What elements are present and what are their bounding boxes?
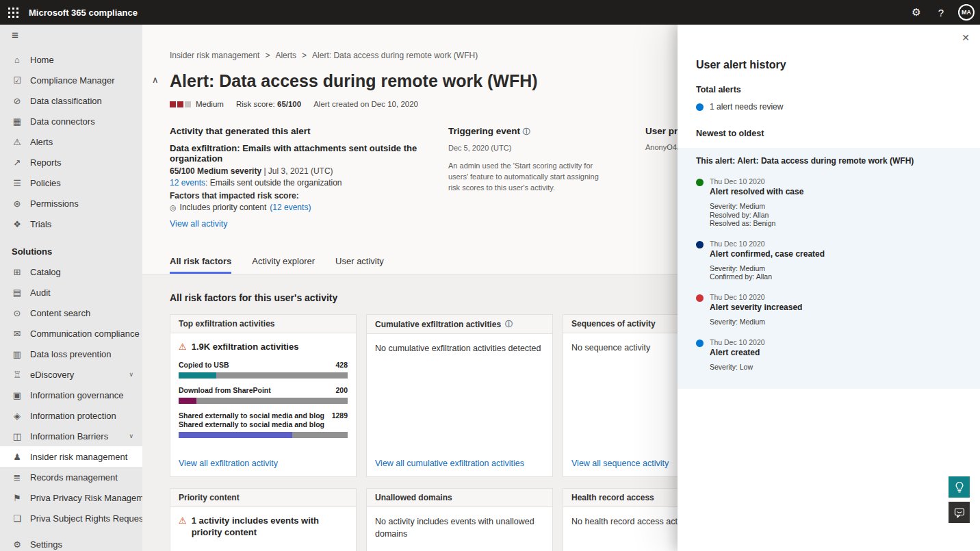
alerts-status-row: 1 alert needs review [696, 102, 964, 112]
sidebar-item-settings[interactable]: ⚙ Settings [0, 534, 142, 551]
priva-subject-rights-icon: ❏ [12, 513, 23, 524]
feedback-icon [954, 507, 965, 518]
exfiltration-alert: ⚠ 1.9K exfiltration activities [179, 342, 348, 353]
sidebar-item-communication-compliance[interactable]: ✉ Communication compliance [0, 323, 142, 344]
feedback-button[interactable] [949, 502, 970, 523]
view-all-exfiltration-link[interactable]: View all exfiltration activity [179, 459, 348, 468]
sidebar-item-records-management[interactable]: ≣ Records management [0, 467, 142, 487]
sidebar-item-data-connectors[interactable]: ▦ Data connectors [0, 111, 142, 131]
sidebar-item-insider-risk-management[interactable]: ♟ Insider risk management [0, 446, 142, 467]
event-date: Thu Dec 10 2020 [710, 338, 765, 346]
info-icon[interactable]: ⓘ [505, 319, 513, 329]
sidebar-item-information-protection[interactable]: ◈ Information protection [0, 405, 142, 426]
sidebar-item-label: Data loss prevention [30, 349, 112, 359]
card-header: Unallowed domains [367, 489, 552, 507]
bar-fill [179, 398, 196, 404]
policies-icon: ☰ [12, 178, 23, 188]
breadcrumb-alerts[interactable]: Alerts [275, 51, 296, 60]
app-title: Microsoft 365 compliance [29, 8, 138, 18]
information-governance-icon: ▣ [12, 390, 23, 400]
search-icon: ⊙ [12, 308, 23, 318]
info-icon[interactable]: ⓘ [523, 127, 530, 136]
sidebar-item-priva-subject-rights[interactable]: ❏ Priva Subject Rights Requests [0, 508, 142, 528]
breadcrumb-insider-risk-management[interactable]: Insider risk management [170, 51, 259, 60]
sidebar: ≡ ⌂ Home ☑ Compliance Manager ⊘ Data cla… [0, 25, 142, 551]
event-dot-icon [696, 179, 704, 186]
view-all-activity-link[interactable]: View all activity [170, 219, 228, 229]
tab-user-activity[interactable]: User activity [335, 256, 384, 274]
sidebar-item-reports[interactable]: ↗ Reports [0, 152, 142, 172]
sidebar-item-label: Information protection [30, 411, 116, 421]
event-dot-icon [696, 241, 704, 248]
sidebar-item-data-classification[interactable]: ⊘ Data classification [0, 90, 142, 111]
close-icon[interactable]: ✕ [962, 32, 970, 43]
settings-gear-button[interactable]: ⚙ [906, 2, 927, 23]
app-launcher-button[interactable] [0, 0, 26, 25]
sidebar-item-priva-privacy-risk[interactable]: ⚑ Priva Privacy Risk Managem… ∨ [0, 487, 142, 508]
card-header: Priority content [170, 489, 356, 507]
sidebar-item-label: Information governance [30, 390, 124, 400]
event-detail: Confirmed by: Allan [710, 272, 825, 281]
floating-buttons [949, 476, 970, 523]
sidebar-item-label: Permissions [30, 198, 79, 209]
this-alert-label: This alert: Alert: Data access during re… [696, 156, 964, 166]
sidebar-item-compliance-manager[interactable]: ☑ Compliance Manager [0, 70, 142, 90]
alert-created-label: Alert created on Dec 10, 2020 [313, 100, 418, 108]
sidebar-item-policies[interactable]: ☰ Policies [0, 172, 142, 193]
sidebar-collapse-button[interactable]: ≡ [0, 25, 142, 47]
bar-copied-to-usb: Copied to USB 428 [179, 361, 348, 379]
sidebar-item-audit[interactable]: ▤ Audit [0, 282, 142, 303]
event-dot-icon [696, 339, 704, 347]
event-date: Thu Dec 10 2020 [710, 177, 803, 185]
collapse-chevron-icon[interactable]: ∧ [152, 75, 159, 85]
permissions-icon: ⊛ [12, 198, 23, 209]
sidebar-item-label: Insider risk management [30, 452, 127, 462]
chevron-down-icon: ∨ [129, 433, 133, 439]
sidebar-item-ediscovery[interactable]: ♖ eDiscovery ∨ [0, 364, 142, 385]
sidebar-item-label: Priva Subject Rights Requests [30, 513, 142, 524]
priva-privacy-icon: ⚑ [12, 493, 23, 503]
data-loss-prevention-icon: ▥ [12, 349, 23, 359]
sidebar-item-label: Settings [30, 539, 62, 550]
help-icon: ? [938, 7, 944, 18]
communication-compliance-icon: ✉ [12, 329, 23, 339]
sidebar-item-data-loss-prevention[interactable]: ▥ Data loss prevention [0, 344, 142, 364]
diagnostics-button[interactable] [949, 476, 970, 498]
sidebar-item-label: Alerts [30, 137, 53, 147]
sidebar-item-label: Compliance Manager [30, 75, 115, 86]
help-button[interactable]: ? [931, 2, 951, 23]
factor-events-link[interactable]: (12 events) [270, 203, 311, 212]
trials-icon: ❖ [12, 219, 23, 229]
sidebar-item-permissions[interactable]: ⊛ Permissions [0, 193, 142, 214]
sidebar-item-information-governance[interactable]: ▣ Information governance [0, 385, 142, 405]
event-detail: Severity: Medium [710, 202, 803, 211]
card-header: Top exfiltration activities [170, 315, 356, 333]
card-header: Cumulative exfiltration activities ⓘ [367, 315, 552, 334]
breadcrumb-separator-icon: > [302, 51, 307, 60]
triggering-event: Triggering event ⓘ Dec 5, 2020 (UTC) An … [448, 126, 617, 229]
sidebar-item-information-barriers[interactable]: ◫ Information Barriers ∨ [0, 426, 142, 446]
sidebar-item-home[interactable]: ⌂ Home [0, 49, 142, 70]
tab-all-risk-factors[interactable]: All risk factors [170, 256, 231, 274]
alerts-icon: ⚠ [12, 137, 23, 147]
panel-title: User alert history [696, 59, 964, 71]
sidebar-item-trials[interactable]: ❖ Trials [0, 214, 142, 234]
sidebar-item-catalog[interactable]: ⊞ Catalog [0, 261, 142, 282]
sidebar-item-content-search[interactable]: ⊙ Content search [0, 303, 142, 323]
empty-state-text: No cumulative exfiltration activities de… [375, 342, 544, 355]
compliance-manager-icon: ☑ [12, 75, 23, 86]
avatar[interactable]: MA [958, 4, 975, 21]
tab-activity-explorer[interactable]: Activity explorer [252, 256, 315, 274]
bar-fill [179, 372, 216, 379]
breadcrumb-current: Alert: Data access during remote work (W… [312, 51, 478, 60]
events-link[interactable]: 12 events [170, 178, 205, 188]
severity-indicator [170, 101, 191, 107]
data-classification-icon: ⊘ [12, 96, 23, 106]
severity-square [177, 101, 183, 107]
sidebar-item-label: Home [30, 55, 54, 65]
sidebar-item-alerts[interactable]: ⚠ Alerts [0, 131, 142, 152]
user-alert-history-panel: ✕ User alert history Total alerts 1 aler… [678, 25, 980, 551]
event-title: Alert resolved with case [710, 187, 803, 196]
view-all-cumulative-link[interactable]: View all cumulative exfiltration activit… [375, 459, 544, 468]
lightbulb-icon [954, 482, 965, 493]
